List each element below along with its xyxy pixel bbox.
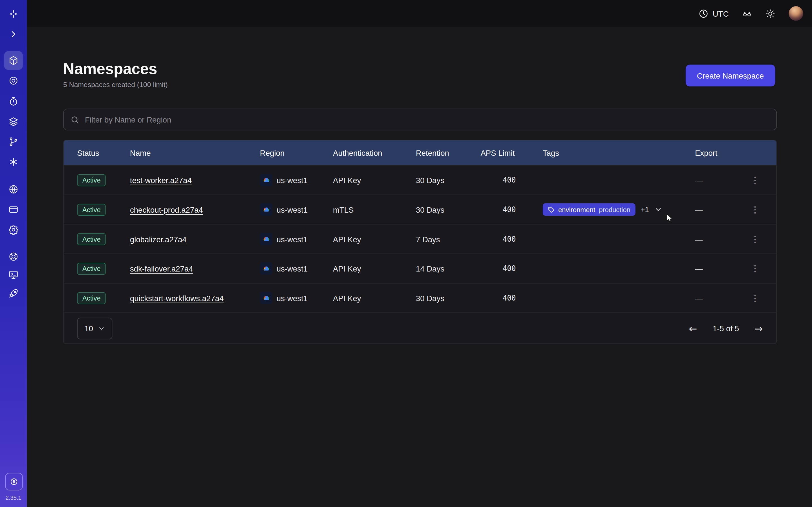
namespace-link[interactable]: test-worker.a27a4 xyxy=(130,176,192,184)
tags-more-count: +1 xyxy=(641,205,649,214)
tag-icon xyxy=(548,206,555,213)
col-aps-limit: APS Limit xyxy=(480,148,516,157)
clock-icon xyxy=(699,8,709,18)
retention-value: 14 Days xyxy=(416,264,481,273)
pagination: ← 1-5 of 5 → xyxy=(687,322,765,335)
page-header: Namespaces 5 Namespaces created (100 lim… xyxy=(63,60,777,89)
page-size-select[interactable]: 10 xyxy=(77,318,112,339)
sidebar-item-dev-tools[interactable] xyxy=(4,265,23,284)
aps-limit-value: 400 xyxy=(480,265,516,273)
page-subtitle: 5 Namespaces created (100 limit) xyxy=(63,81,777,89)
next-page-arrow-right-icon[interactable]: → xyxy=(753,322,765,335)
sun-icon xyxy=(765,8,775,18)
tag-key: environment xyxy=(558,206,595,214)
col-name: Name xyxy=(130,148,260,157)
retention-value: 30 Days xyxy=(416,293,481,302)
region-label: us-west1 xyxy=(276,293,308,302)
sidebar-item-workflows[interactable] xyxy=(4,132,23,151)
sidebar-item-regions[interactable] xyxy=(4,180,23,199)
retention-value: 30 Days xyxy=(416,176,481,184)
labs-glasses-toggle[interactable] xyxy=(742,8,752,18)
timezone-label: UTC xyxy=(713,9,729,18)
tags-expand-chevron-down-icon[interactable] xyxy=(654,205,662,214)
sidebar-item-schedules[interactable] xyxy=(4,92,23,111)
aps-limit-value: 400 xyxy=(480,235,516,243)
status-badge: Active xyxy=(77,233,106,245)
sidebar-item-deployments[interactable] xyxy=(4,112,23,131)
auth-method: mTLS xyxy=(333,205,416,214)
sidebar-expand-chevron-right-icon[interactable] xyxy=(4,25,23,43)
sidebar-item-support[interactable] xyxy=(4,247,23,266)
col-authentication: Authentication xyxy=(333,148,416,157)
sidebar-item-nexus[interactable] xyxy=(4,153,23,171)
pagination-range: 1-5 of 5 xyxy=(713,324,739,333)
namespaces-table: Status Name Region Authentication Retent… xyxy=(63,140,777,344)
table-footer: 10 ← 1-5 of 5 → xyxy=(64,313,776,343)
row-actions-kebab-icon[interactable]: ⋮ xyxy=(747,290,763,306)
namespace-link[interactable]: sdk-failover.a27a4 xyxy=(130,264,193,273)
export-value: — xyxy=(695,205,742,214)
namespace-link[interactable]: checkout-prod.a27a4 xyxy=(130,205,203,214)
page-title: Namespaces xyxy=(63,60,777,77)
gcp-cloud-icon xyxy=(260,233,272,245)
sidebar-item-target[interactable] xyxy=(4,71,23,90)
target-icon xyxy=(8,75,18,86)
prev-page-arrow-left-icon[interactable]: ← xyxy=(687,322,699,335)
sidebar-item-getting-started[interactable] xyxy=(4,284,23,302)
col-status: Status xyxy=(77,148,130,157)
gcp-cloud-icon xyxy=(260,262,272,275)
app-version: 2.35.1 xyxy=(0,495,27,501)
glasses-icon xyxy=(742,8,752,18)
timezone-selector[interactable]: UTC xyxy=(699,8,728,18)
namespaces-cube-icon xyxy=(8,55,18,66)
status-badge: Active xyxy=(77,174,106,186)
row-actions-kebab-icon[interactable]: ⋮ xyxy=(747,172,763,188)
filter-search-box xyxy=(63,109,777,130)
gcp-cloud-icon xyxy=(260,292,272,304)
region-label: us-west1 xyxy=(276,205,308,214)
row-actions-kebab-icon[interactable]: ⋮ xyxy=(747,201,763,218)
auth-method: API Key xyxy=(333,235,416,243)
region-label: us-west1 xyxy=(276,264,308,273)
create-namespace-button[interactable]: Create Namespace xyxy=(686,65,775,87)
col-export: Export xyxy=(695,148,742,157)
aps-limit-value: 400 xyxy=(480,205,516,214)
page-size-value: 10 xyxy=(84,324,93,333)
status-badge: Active xyxy=(77,204,106,216)
app-window: 2.35.1 UTC Namespaces 5 Namespaces creat… xyxy=(0,0,812,507)
topbar: UTC xyxy=(27,0,812,27)
col-region: Region xyxy=(260,148,333,157)
auth-method: API Key xyxy=(333,176,416,184)
namespace-link[interactable]: quickstart-workflows.a27a4 xyxy=(130,293,223,302)
sidebar-item-namespaces[interactable] xyxy=(4,51,23,70)
sidebar: 2.35.1 xyxy=(0,0,27,507)
aps-limit-value: 400 xyxy=(480,294,516,302)
theme-toggle[interactable] xyxy=(765,8,775,18)
table-row: Active sdk-failover.a27a4 us-west1 API K… xyxy=(64,253,776,283)
rocket-icon xyxy=(8,288,18,298)
filter-search-input[interactable] xyxy=(84,115,770,124)
branch-icon xyxy=(8,136,18,147)
dollar-icon xyxy=(9,477,18,486)
lifebuoy-icon xyxy=(8,251,18,262)
temporal-logo-icon[interactable] xyxy=(4,5,23,23)
export-value: — xyxy=(695,176,742,184)
tag-pill[interactable]: environment production xyxy=(543,203,636,216)
region-label: us-west1 xyxy=(276,176,308,184)
asterisk-icon xyxy=(8,157,18,167)
col-tags: Tags xyxy=(516,148,695,157)
chevron-down-icon xyxy=(98,325,105,332)
main-content: Namespaces 5 Namespaces created (100 lim… xyxy=(27,27,812,507)
table-row: Active globalizer.a27a4 us-west1 API Key… xyxy=(64,224,776,253)
timer-icon xyxy=(8,96,18,107)
namespace-link[interactable]: globalizer.a27a4 xyxy=(130,235,187,243)
row-actions-kebab-icon[interactable]: ⋮ xyxy=(747,231,763,247)
sidebar-item-settings[interactable] xyxy=(4,220,23,239)
terminal-monitor-icon xyxy=(8,270,18,280)
sidebar-item-billing[interactable] xyxy=(4,200,23,219)
user-avatar[interactable] xyxy=(789,6,803,20)
aps-limit-value: 400 xyxy=(480,176,516,184)
row-actions-kebab-icon[interactable]: ⋮ xyxy=(747,260,763,277)
auth-method: API Key xyxy=(333,293,416,302)
usage-cost-button[interactable] xyxy=(5,473,22,490)
